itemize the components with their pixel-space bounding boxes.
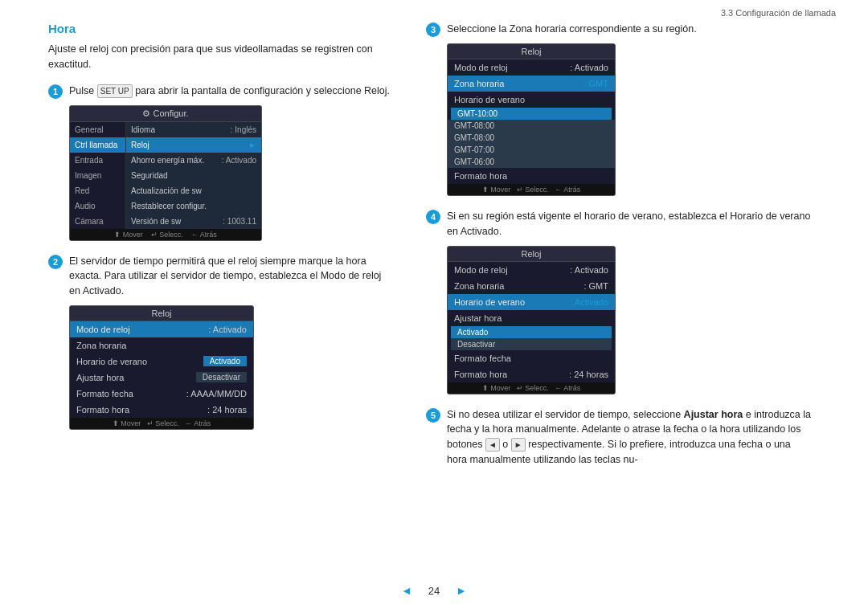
sidebar-entrada: Entrada [70, 153, 125, 168]
ui-clock2-title: Reloj [448, 44, 615, 59]
prev-page-button[interactable]: ◄ [401, 584, 412, 597]
breadcrumb: 3.3 Configuración de llamada [0, 0, 868, 22]
ui-clock1-title: Reloj [70, 306, 253, 321]
ui-row-seguridad: Seguridad [126, 168, 261, 183]
ui-row-version: Versión de sw: 1003.11 [126, 214, 261, 229]
page-number: 24 [428, 585, 440, 597]
step-3-block: 3 Seleccione la Zona horaria correspondi… [426, 22, 812, 196]
ui-clock1-screenshot: Reloj Modo de reloj : Activado Zona hora… [69, 305, 254, 430]
step-3-text: Seleccione la Zona horaria correspondien… [447, 22, 697, 37]
clock2-row-zona: Zona horaria : GMT [448, 76, 615, 92]
ui-sidebar: General Ctrl llamada Entrada Imagen Red … [70, 122, 126, 229]
activ-selected: Activado [451, 326, 612, 338]
sidebar-ctrl-llamada: Ctrl llamada [70, 137, 125, 153]
clock3-row-formato-hora: Formato hora : 24 horas [448, 366, 615, 382]
clock3-row-formato-fecha: Formato fecha [448, 350, 615, 366]
ui-config-screenshot: ⚙ Configur. General Ctrl llamada Entrada… [69, 105, 262, 241]
ui-config-title: ⚙ Configur. [70, 106, 261, 122]
step-4-text: Si en su región está vigente el horario … [447, 209, 812, 239]
next-page-button[interactable]: ► [456, 584, 467, 597]
clock3-row-modo: Modo de reloj : Activado [448, 262, 615, 278]
ui-clock2-footer: ⬆ Mover ↵ Selecc. ← Atrás [448, 184, 615, 195]
clock3-row-zona: Zona horaria : GMT [448, 278, 615, 294]
step-4-num: 4 [426, 210, 440, 224]
ui-row-reloj: Reloj► [126, 137, 261, 153]
step-2-num: 2 [48, 255, 63, 269]
clock3-row-horario: Horario de verano : Activado [448, 294, 615, 310]
clock1-row-modo: Modo de reloj : Activado [70, 321, 253, 337]
step-3-num: 3 [426, 22, 440, 37]
step-5-block: 5 Si no desea utilizar el servidor de ti… [426, 407, 812, 468]
sidebar-general: General [70, 122, 125, 137]
step-1-block: 1 Pulse SET UP para abrir la pantalla de… [48, 84, 394, 241]
step-5-num: 5 [426, 408, 440, 423]
ui-clock3-footer: ⬆ Mover ↵ Selecc. ← Atrás [448, 382, 615, 394]
clock1-row-formato-fecha: Formato fecha : AAAA/MM/DD [70, 386, 253, 402]
clock2-row-horario: Horario de verano [448, 92, 615, 108]
ui-row-actualizacion: Actualización de sw [126, 183, 261, 198]
ui-main: Idioma: Inglés Reloj► Ahorro energía máx… [126, 122, 261, 229]
step-1-num: 1 [48, 84, 63, 99]
intro-text: Ajuste el reloj con precisión para que s… [48, 42, 394, 72]
sidebar-imagen: Imagen [70, 168, 125, 183]
ui-clock3-screenshot: Reloj Modo de reloj : Activado Zona hora… [447, 246, 616, 394]
sidebar-red: Red [70, 183, 125, 198]
ui-clock2-screenshot: Reloj Modo de reloj : Activado Zona hora… [447, 43, 616, 196]
sidebar-camara: Cámara [70, 214, 125, 229]
gmt-dropdown: GMT-08:00 GMT-08:00 GMT-07:00 GMT-06:00 [448, 120, 615, 168]
step-4-block: 4 Si en su región está vigente el horari… [426, 209, 812, 394]
clock1-row-zona: Zona horaria [70, 337, 253, 353]
clock3-row-ajustar: Ajustar hora [448, 310, 615, 326]
clock1-row-formato-hora: Formato hora : 24 horas [70, 402, 253, 418]
clock1-row-horario: Horario de verano Activado [70, 353, 253, 370]
gmt-selected: GMT-10:00 [451, 108, 612, 120]
step-5-text: Si no desea utilizar el servidor de tiem… [447, 407, 812, 468]
step-2-block: 2 El servidor de tiempo permitirá que el… [48, 254, 394, 430]
clock2-row-modo: Modo de reloj : Activado [448, 59, 615, 76]
left-column: Hora Ajuste el reloj con precisión para … [48, 22, 394, 480]
page-footer: ◄ 24 ► [0, 584, 868, 597]
ui-config-footer: ⬆ Mover ↵ Selecc. ← Atrás [70, 229, 261, 240]
clock1-row-ajustar: Ajustar hora Desactivar [70, 370, 253, 386]
step-1-text: Pulse SET UP para abrir la pantalla de c… [69, 84, 390, 99]
step-2-text: El servidor de tiempo permitirá que el r… [69, 254, 394, 299]
ui-row-restablecer: Restablecer configur. [126, 198, 261, 214]
ui-clock1-footer: ⬆ Mover ↵ Selecc. ← Atrás [70, 418, 253, 429]
ui-row-ahorro: Ahorro energía máx.: Activado [126, 153, 261, 168]
right-column: 3 Seleccione la Zona horaria correspondi… [426, 22, 812, 480]
ui-row-idioma: Idioma: Inglés [126, 122, 261, 137]
section-title: Hora [48, 22, 394, 35]
ui-clock3-title: Reloj [448, 247, 615, 262]
clock2-row-formato-hora: Formato hora [448, 168, 615, 184]
sidebar-audio: Audio [70, 198, 125, 214]
activ-other: Desactivar [451, 338, 612, 350]
